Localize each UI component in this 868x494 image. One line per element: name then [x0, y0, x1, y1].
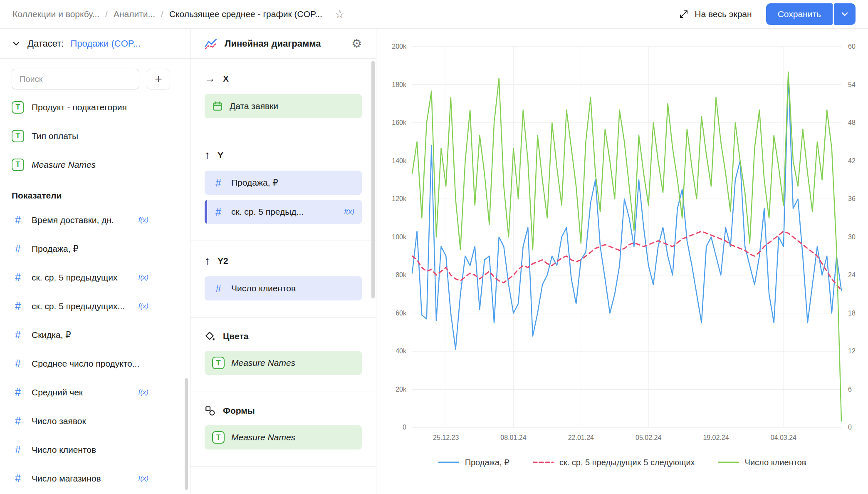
- chip-sales-field[interactable]: # Продажа, ₽: [205, 171, 362, 195]
- legend-line-sample: [718, 461, 739, 464]
- field-label: Средний чек: [32, 387, 83, 397]
- chip-label: ск. ср. 5 предыд...: [231, 207, 304, 217]
- field-label: Число заявок: [32, 416, 86, 426]
- shapes-shelf-name: Формы: [223, 406, 255, 416]
- svg-text:0: 0: [848, 424, 852, 431]
- field-label: Число магазинов: [32, 474, 101, 484]
- svg-text:60: 60: [848, 43, 856, 50]
- app-window: Коллекции и воркбу... / Аналити... / Ско…: [0, 0, 868, 494]
- measure-field-row[interactable]: #Время доставки, дн.f(x): [0, 206, 190, 234]
- measure-type-icon: #: [12, 386, 24, 398]
- svg-text:30: 30: [848, 233, 856, 241]
- chip-label: Продажа, ₽: [231, 178, 278, 188]
- y2-shelf-label: ↑ Y2: [205, 254, 362, 267]
- svg-text:48: 48: [848, 119, 856, 126]
- field-label: ск. ср. 5 предыдущих: [32, 273, 118, 283]
- legend-item[interactable]: ск. ср. 5 предыдущих 5 следующих: [533, 458, 695, 467]
- breadcrumb: Коллекции и воркбу... / Аналити... / Ско…: [12, 7, 345, 21]
- formula-badge: f(x): [138, 474, 148, 483]
- line-chart[interactable]: 0020k640k1260k1880k24100k30120k36140k421…: [376, 29, 868, 449]
- legend-label: ск. ср. 5 предыдущих 5 следующих: [559, 458, 695, 467]
- search-input[interactable]: [12, 69, 139, 89]
- svg-text:60k: 60k: [396, 310, 407, 317]
- chip-label: Measure Names: [231, 432, 295, 442]
- chip-shapes-measure-names[interactable]: T Measure Names: [205, 425, 362, 449]
- measure-field-row[interactable]: #Число магазиновf(x): [0, 464, 190, 493]
- measures-header: Показатели: [0, 179, 190, 206]
- measure-type-icon: #: [12, 415, 24, 427]
- measure-field-row[interactable]: #Средний чекf(x): [0, 378, 190, 407]
- svg-text:19.02.24: 19.02.24: [703, 434, 729, 441]
- field-label: ск. ср. 5 предыдущих...: [32, 301, 125, 311]
- chip-date-field[interactable]: Дата заявки: [205, 94, 362, 118]
- fullscreen-button[interactable]: На весь экран: [679, 9, 752, 19]
- measure-field-row[interactable]: #ск. ср. 5 предыдущих...f(x): [0, 292, 190, 320]
- shelves-scrollbar[interactable]: [371, 61, 375, 298]
- legend-label: Продажа, ₽: [465, 457, 509, 467]
- sidebar: Датасет: Продажи (COP... + TПродукт - по…: [0, 29, 190, 494]
- y-shelf-name: Y: [218, 150, 223, 160]
- svg-text:140k: 140k: [392, 157, 407, 164]
- svg-text:18: 18: [848, 310, 856, 317]
- gear-icon[interactable]: ⚙: [351, 37, 362, 50]
- svg-text:24: 24: [848, 271, 856, 278]
- dimension-field-row[interactable]: TMeasure Names: [0, 150, 190, 179]
- measure-type-icon: #: [12, 243, 24, 255]
- dataset-link[interactable]: Продажи (COP...: [70, 38, 141, 49]
- svg-text:36: 36: [848, 195, 856, 202]
- legend-item[interactable]: Продажа, ₽: [438, 457, 509, 467]
- chart-type-title: Линейная диаграмма: [225, 38, 321, 49]
- search-row: +: [0, 59, 190, 93]
- shapes-shelf-label: Формы: [205, 405, 362, 416]
- save-button-group: Сохранить: [766, 3, 856, 25]
- svg-text:08.01.24: 08.01.24: [500, 434, 526, 441]
- y2-axis-icon: ↑: [205, 254, 210, 267]
- y2-shelf-name: Y2: [218, 256, 228, 266]
- chip-colors-measure-names[interactable]: T Measure Names: [205, 351, 362, 375]
- chip-moving-average-field[interactable]: # ск. ср. 5 предыд... f(x): [205, 200, 362, 224]
- dimension-type-icon: T: [12, 159, 24, 171]
- save-dropdown-button[interactable]: [834, 3, 856, 25]
- measure-type-icon: #: [12, 300, 24, 312]
- formula-badge: f(x): [138, 273, 148, 282]
- measure-type-icon: #: [12, 329, 24, 341]
- sidebar-scrollbar[interactable]: [185, 378, 188, 490]
- breadcrumb-separator: /: [105, 9, 108, 19]
- measure-field-row[interactable]: #Среднее число продукто...: [0, 349, 190, 378]
- formula-badge: f(x): [344, 208, 354, 216]
- measure-field-row[interactable]: #Скидка, ₽: [0, 320, 190, 349]
- paint-bucket-icon: [205, 331, 215, 342]
- dataset-row[interactable]: Датасет: Продажи (COP...: [0, 29, 190, 59]
- svg-text:05.02.24: 05.02.24: [636, 434, 661, 441]
- chip-label: Дата заявки: [230, 101, 278, 111]
- breadcrumb-analytics[interactable]: Аналити...: [114, 9, 155, 19]
- breadcrumb-collections[interactable]: Коллекции и воркбу...: [12, 9, 99, 19]
- legend-item[interactable]: Число клиентов: [718, 458, 806, 467]
- chip-clients-field[interactable]: # Число клиентов: [205, 276, 362, 300]
- measure-type-icon: #: [212, 283, 225, 295]
- chart-type-header: Линейная диаграмма ⚙: [190, 29, 376, 59]
- dimension-field-row[interactable]: TТип оплаты: [0, 122, 190, 150]
- legend-label: Число клиентов: [745, 458, 806, 467]
- measure-type-icon: #: [12, 472, 24, 484]
- svg-text:200k: 200k: [392, 43, 407, 50]
- measure-field-row[interactable]: #ск. ср. 5 предыдущихf(x): [0, 263, 190, 292]
- x-shelf-label: → X: [205, 72, 362, 85]
- measure-field-row[interactable]: #Число заявок: [0, 407, 190, 435]
- formula-badge: f(x): [138, 388, 148, 397]
- dimension-field-row[interactable]: TПродукт - подкатегория: [0, 93, 190, 122]
- measure-type-icon: #: [212, 206, 225, 218]
- chevron-down-icon: [12, 39, 21, 48]
- y-shelf-label: ↑ Y: [205, 149, 362, 161]
- save-button[interactable]: Сохранить: [766, 3, 833, 25]
- measure-field-row[interactable]: #Продажа, ₽: [0, 234, 190, 263]
- field-label: Скидка, ₽: [32, 330, 71, 340]
- field-label: Measure Names: [32, 160, 96, 170]
- dimension-type-icon: T: [212, 357, 225, 369]
- star-icon[interactable]: ☆: [335, 7, 345, 21]
- field-label: Продажа, ₽: [32, 244, 79, 254]
- chart-legend: Продажа, ₽ск. ср. 5 предыдущих 5 следующ…: [376, 457, 868, 467]
- measure-field-row[interactable]: #Число клиентов: [0, 435, 190, 464]
- y-axis-icon: ↑: [205, 149, 210, 161]
- add-field-button[interactable]: +: [147, 69, 170, 89]
